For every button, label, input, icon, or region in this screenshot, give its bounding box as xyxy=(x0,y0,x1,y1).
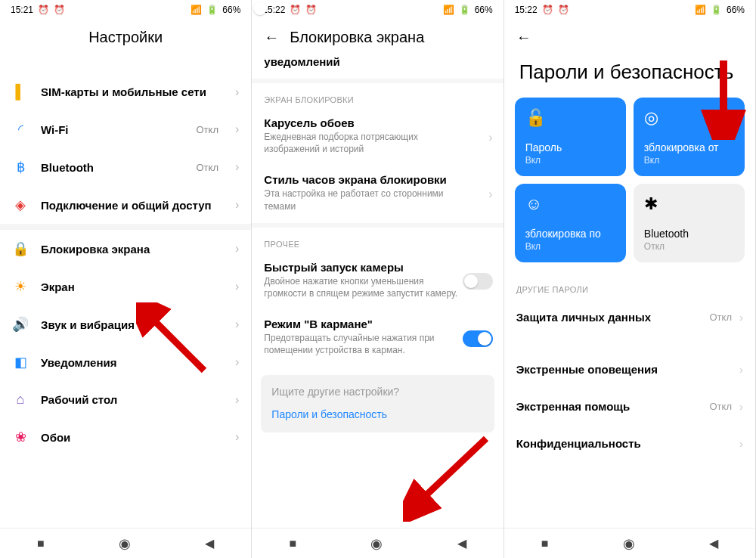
row-label: Защита личных данных xyxy=(516,311,702,324)
header: ← xyxy=(504,20,755,51)
settings-row-dev-1[interactable]: ☀ Экран › xyxy=(0,268,251,305)
nav-back-icon[interactable]: ◀ xyxy=(205,536,214,550)
settings-row-net-3[interactable]: ◈ Подключение и общий доступ › xyxy=(0,186,251,224)
lock-item-a-1[interactable]: Стиль часов экрана блокировки Эта настро… xyxy=(252,166,503,222)
alarm-icon-2: ⏰ xyxy=(54,5,65,15)
security-tile-0[interactable]: 🔓 Пароль Вкл xyxy=(515,98,626,176)
security-tile-2[interactable]: ☺ зблокировка по Вкл xyxy=(515,184,626,262)
lock-item-b-1[interactable]: Режим "В кармане" Предотвращать случайны… xyxy=(252,310,503,367)
item-desc: Предотвращать случайные нажатия при поме… xyxy=(264,332,491,356)
status-bar: 15:22 ⏰ ⏰ 📶 🔋 66% xyxy=(504,0,755,20)
search-prompt: Ищите другие настройки? xyxy=(271,386,483,398)
signal-icon: 📶 xyxy=(191,5,202,15)
item-desc: Ежедневная подборка потрясающих изображе… xyxy=(264,131,491,155)
toggle[interactable] xyxy=(463,330,493,347)
settings-row-dev-0[interactable]: 🔒 Блокировка экрана › xyxy=(0,230,251,268)
row-label: Экстренные оповещения xyxy=(516,363,732,376)
item-title: Стиль часов экрана блокировки xyxy=(264,173,491,186)
security-row-3[interactable]: Конфиденциальность › xyxy=(504,425,755,462)
alarm-icon-2: ⏰ xyxy=(558,5,569,15)
security-content: 🔓 Пароль Вкл ◎ зблокировка от Вкл ☺ збло… xyxy=(504,98,755,528)
row-icon: ☀ xyxy=(12,278,29,295)
nav-back-icon[interactable]: ◀ xyxy=(709,536,718,550)
row-label: Подключение и общий доступ xyxy=(41,199,218,212)
search-other-settings[interactable]: Ищите другие настройки? Пароли и безопас… xyxy=(261,375,494,432)
screen-passwords-security: 15:22 ⏰ ⏰ 📶 🔋 66% ← Пароли и безопасност… xyxy=(504,0,756,558)
security-row-1[interactable]: Экстренные оповещения › xyxy=(504,351,755,388)
back-button[interactable]: ← xyxy=(516,29,531,46)
nav-recent-icon[interactable]: ■ xyxy=(37,537,45,550)
row-value: Откл xyxy=(197,124,219,135)
item-desc: Эта настройка не работает со сторонними … xyxy=(264,188,491,212)
settings-list: ▌ SIM-карты и мобильные сети › ◜ Wi-Fi О… xyxy=(0,51,251,528)
row-icon: ◧ xyxy=(12,354,29,370)
toggle[interactable] xyxy=(463,273,493,290)
settings-row-dev-5[interactable]: ❀ Обои › xyxy=(0,418,251,456)
alarm-icon-2: ⏰ xyxy=(305,5,317,15)
battery-icon: 🔋 xyxy=(206,5,218,15)
settings-row-net-1[interactable]: ◜ Wi-Fi Откл › xyxy=(0,110,251,148)
tile-label: зблокировка от xyxy=(644,141,734,153)
row-value: Откл xyxy=(709,312,732,323)
alarm-icon: ⏰ xyxy=(38,5,49,15)
row-icon: ⌂ xyxy=(12,392,29,408)
chevron-right-icon: › xyxy=(235,318,239,331)
row-label: Уведомления xyxy=(41,356,218,369)
row-label: Обои xyxy=(41,431,218,444)
lock-item-a-0[interactable]: Карусель обоев Ежедневная подборка потря… xyxy=(252,109,503,166)
chevron-right-icon: › xyxy=(739,437,743,450)
security-tile-1[interactable]: ◎ зблокировка от Вкл xyxy=(634,98,745,176)
settings-row-dev-4[interactable]: ⌂ Рабочий стол › xyxy=(0,381,251,418)
chevron-right-icon: › xyxy=(739,363,743,376)
security-tiles: 🔓 Пароль Вкл ◎ зблокировка от Вкл ☺ збло… xyxy=(504,98,755,273)
lockscreen-list: уведомлений ЭКРАН БЛОКИРОВКИ Карусель об… xyxy=(252,51,503,528)
nav-back-icon[interactable]: ◀ xyxy=(457,536,466,550)
nav-home-icon[interactable]: ◉ xyxy=(119,535,131,552)
nav-home-icon[interactable]: ◉ xyxy=(370,535,383,552)
row-icon: ◈ xyxy=(12,197,29,213)
tile-label: Пароль xyxy=(525,141,615,153)
row-label: Блокировка экрана xyxy=(41,243,218,256)
security-tile-3[interactable]: ✱ Bluetooth Откл xyxy=(634,184,745,262)
divider xyxy=(0,224,251,230)
nav-home-icon[interactable]: ◉ xyxy=(623,535,635,552)
back-button[interactable]: ← xyxy=(264,29,279,46)
security-row-2[interactable]: Экстренная помощь Откл › xyxy=(504,388,755,425)
alarm-icon: ⏰ xyxy=(542,5,553,15)
settings-row-dev-3[interactable]: ◧ Уведомления › xyxy=(0,343,251,381)
battery-percent: 66% xyxy=(222,5,240,15)
lock-item-b-0[interactable]: Быстрый запуск камеры Двойное нажатие кн… xyxy=(252,253,503,310)
status-time: 15:21 xyxy=(11,5,33,15)
security-row-0[interactable]: Защита личных данных Откл › xyxy=(504,299,755,336)
alarm-icon: ⏰ xyxy=(290,5,301,15)
row-label: Рабочий стол xyxy=(41,393,218,406)
passwords-security-link[interactable]: Пароли и безопасность xyxy=(271,408,483,420)
row-label: Wi-Fi xyxy=(41,123,184,136)
row-label: Bluetooth xyxy=(41,161,184,174)
row-icon: 🔊 xyxy=(12,316,29,333)
item-title: Быстрый запуск камеры xyxy=(264,261,491,274)
nav-bar: ■ ◉ ◀ xyxy=(252,528,503,558)
tile-icon: ☺ xyxy=(525,194,615,214)
settings-row-net-2[interactable]: ฿ Bluetooth Откл › xyxy=(0,148,251,186)
nav-recent-icon[interactable]: ■ xyxy=(541,537,549,550)
tile-state: Вкл xyxy=(525,241,615,252)
page-title: Пароли и безопасность xyxy=(504,51,755,98)
tile-state: Вкл xyxy=(525,155,615,166)
row-label: Звук и вибрация xyxy=(41,318,218,331)
row-icon: ฿ xyxy=(12,159,29,175)
partial-item[interactable]: уведомлений xyxy=(252,51,503,79)
nav-recent-icon[interactable]: ■ xyxy=(289,537,296,550)
row-label: Экстренная помощь xyxy=(516,400,702,413)
chevron-right-icon: › xyxy=(739,400,743,413)
row-icon: ▌ xyxy=(12,84,29,100)
settings-row-net-0[interactable]: ▌ SIM-карты и мобильные сети › xyxy=(0,73,251,110)
nav-bar: ■ ◉ ◀ xyxy=(0,528,251,558)
settings-row-dev-2[interactable]: 🔊 Звук и вибрация › xyxy=(0,305,251,343)
row-icon: 🔒 xyxy=(12,240,29,257)
row-label: Экран xyxy=(41,281,218,293)
row-value: Откл xyxy=(709,401,732,412)
tile-label: Bluetooth xyxy=(644,228,734,240)
chevron-right-icon: › xyxy=(488,131,492,144)
row-label: Конфиденциальность xyxy=(516,437,732,450)
